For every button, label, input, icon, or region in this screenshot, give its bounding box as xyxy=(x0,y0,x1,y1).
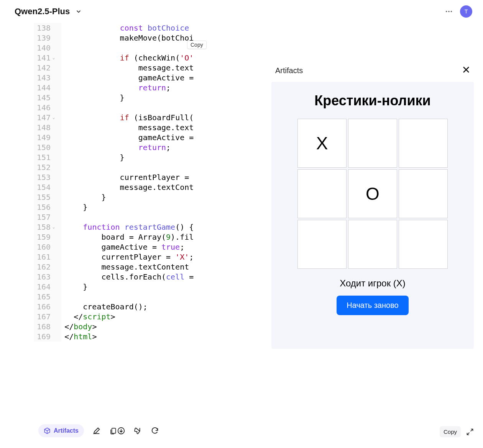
more-button[interactable] xyxy=(445,7,453,16)
code-line: } xyxy=(64,282,207,292)
copy-download-group xyxy=(109,427,125,435)
fold-icon[interactable]: ⌄ xyxy=(51,225,56,229)
model-selector[interactable]: Qwen2.5-Plus xyxy=(15,7,82,16)
code-line: gameActive = xyxy=(64,73,207,83)
svg-line-9 xyxy=(467,432,470,435)
gutter-line: 166 xyxy=(37,302,56,312)
code-line xyxy=(64,292,207,302)
gutter-line: 148 xyxy=(37,123,56,132)
svg-rect-6 xyxy=(112,428,116,433)
gutter-line: 154 xyxy=(37,182,56,192)
copy-button[interactable]: Copy xyxy=(440,426,461,437)
code-line: currentPlayer = 'X'; xyxy=(64,252,207,262)
code-line: return; xyxy=(64,83,207,93)
code-line: message.textContent xyxy=(64,262,207,272)
artifacts-body: Крестики-нолики XO Ходит игрок (X) Начат… xyxy=(271,82,474,349)
code-line: return; xyxy=(64,142,207,152)
gutter-line: 169 xyxy=(37,332,56,342)
code-line xyxy=(64,103,207,113)
code-line: function restartGame() { xyxy=(64,222,207,232)
copy-tooltip[interactable]: Copy xyxy=(187,41,207,49)
tictactoe-cell[interactable] xyxy=(348,220,397,269)
gutter-line: 161 xyxy=(37,252,56,262)
tictactoe-cell[interactable] xyxy=(399,169,448,218)
chevron-down-icon xyxy=(75,8,82,15)
bottom-right-toolbar: Copy xyxy=(440,426,474,437)
app-header: Qwen2.5-Plus T xyxy=(0,0,483,23)
download-icon[interactable] xyxy=(117,427,125,435)
code-line: gameActive = xyxy=(64,132,207,142)
restart-button[interactable]: Начать заново xyxy=(337,296,408,315)
code-line: if (checkWin('O' xyxy=(64,53,207,63)
svg-point-2 xyxy=(451,11,452,12)
tictactoe-cell[interactable] xyxy=(348,119,397,168)
gutter-line: 153 xyxy=(37,172,56,182)
svg-point-0 xyxy=(446,11,447,12)
code-line: createBoard(); xyxy=(64,302,207,312)
tictactoe-cell[interactable] xyxy=(399,119,448,168)
gutter-line: 140 xyxy=(37,43,56,53)
fold-icon[interactable]: ⌄ xyxy=(51,56,56,60)
header-actions: T xyxy=(445,5,472,18)
tictactoe-cell[interactable] xyxy=(297,220,347,269)
code-line: } xyxy=(64,202,207,212)
gutter-line: 156 xyxy=(37,202,56,212)
code-line: } xyxy=(64,93,207,103)
gutter-line: 160 xyxy=(37,242,56,252)
gutter-line: 163 xyxy=(37,272,56,282)
code-line: message.text xyxy=(64,63,207,73)
expand-icon[interactable] xyxy=(466,428,474,436)
tictactoe-cell[interactable] xyxy=(297,169,347,218)
tictactoe-cell[interactable]: O xyxy=(348,169,397,218)
code-line: const botChoice xyxy=(64,23,207,33)
more-icon xyxy=(445,7,453,16)
code-line xyxy=(64,43,207,53)
gutter-line: 159 xyxy=(37,232,56,242)
game-status: Ходит игрок (X) xyxy=(340,278,406,289)
tictactoe-cell[interactable]: X xyxy=(297,119,347,168)
gutter-line: 142 xyxy=(37,63,56,73)
edit-icon[interactable] xyxy=(92,427,101,435)
close-icon xyxy=(462,65,471,74)
tictactoe-grid: XO xyxy=(297,119,448,269)
avatar[interactable]: T xyxy=(460,5,472,18)
gutter-line: 155 xyxy=(37,192,56,202)
code-line: currentPlayer = xyxy=(64,172,207,182)
avatar-initial: T xyxy=(465,8,468,15)
gutter-line: 145 xyxy=(37,93,56,103)
regenerate-icon[interactable] xyxy=(151,427,159,435)
gutter-line: 147⌄ xyxy=(37,113,56,123)
gutter-line: 149 xyxy=(37,132,56,142)
tictactoe-cell[interactable] xyxy=(399,220,448,269)
fold-icon[interactable]: ⌄ xyxy=(51,115,56,120)
gutter-line: 164 xyxy=(37,282,56,292)
response-toolbar: Artifacts xyxy=(38,424,159,437)
gutter-line: 162 xyxy=(37,262,56,272)
thumbs-down-icon[interactable] xyxy=(134,427,142,435)
gutter-line: 144 xyxy=(37,83,56,93)
cube-icon xyxy=(44,427,51,434)
code-line: board = Array(9).fil xyxy=(64,232,207,242)
gutter-line: 146 xyxy=(37,103,56,113)
artifacts-pill[interactable]: Artifacts xyxy=(38,424,84,437)
game-title: Крестики-нолики xyxy=(314,93,430,109)
copy-icon[interactable] xyxy=(109,427,117,435)
gutter-line: 138 xyxy=(37,23,56,33)
gutter-line: 152 xyxy=(37,162,56,172)
gutter-line: 143 xyxy=(37,73,56,83)
artifacts-panel: Artifacts Крестики-нолики XO Ходит игрок… xyxy=(271,63,474,349)
close-button[interactable] xyxy=(462,65,471,76)
gutter-line: 167 xyxy=(37,312,56,322)
code-lines[interactable]: const botChoice makeMove(botChoi if (che… xyxy=(61,23,207,342)
code-line: gameActive = true; xyxy=(64,242,207,252)
gutter-line: 150 xyxy=(37,142,56,152)
gutter-line: 168 xyxy=(37,322,56,332)
code-line: } xyxy=(64,152,207,162)
toolbar-icons xyxy=(92,427,159,435)
svg-line-8 xyxy=(471,429,473,431)
code-block: 138 139 140 141⌄142 143 144 145 146 147⌄… xyxy=(34,23,248,342)
code-line: if (isBoardFull( xyxy=(64,113,207,123)
code-gutter: 138 139 140 141⌄142 143 144 145 146 147⌄… xyxy=(34,23,61,342)
code-line: </script> xyxy=(64,312,207,322)
code-line: </html> xyxy=(64,332,207,342)
